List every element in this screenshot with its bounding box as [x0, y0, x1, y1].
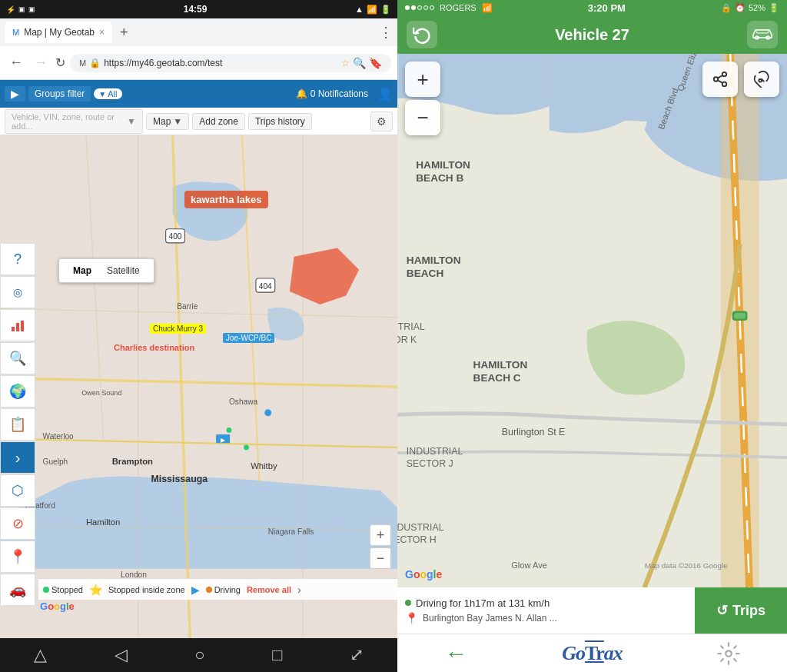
carrier-name: ROGERS [440, 3, 477, 12]
chuck-murry-label: Chuck Murry 3 [150, 324, 206, 334]
user-icon[interactable]: 👤 [377, 87, 393, 101]
android-nav-expand[interactable]: ⤢ [350, 645, 364, 665]
sidebar-btn-globe[interactable]: 🌍 [0, 375, 35, 408]
svg-text:400: 400 [169, 232, 182, 241]
driving-info: Driving for 1h17m at 131 km/h [405, 597, 687, 609]
signal-dot-1 [405, 5, 410, 10]
map-svg: 400 404 Barrie Owen Sound Oshawa Brampto… [0, 135, 397, 638]
ios-time: 3:20 PM [588, 2, 626, 14]
svg-text:404: 404 [259, 282, 272, 291]
map-view-btn[interactable]: Map [65, 262, 99, 279]
android-nav-back[interactable]: △ [34, 645, 47, 665]
svg-text:HAMILTON: HAMILTON [407, 254, 461, 266]
legend-remove-all[interactable]: Remove all [247, 585, 291, 594]
car-icon-btn[interactable] [747, 21, 778, 48]
sidebar-btn-car[interactable]: 🚗 [0, 574, 35, 606]
signal-dot-3 [417, 5, 422, 10]
ios-google-logo: Google [405, 567, 442, 581]
search-box[interactable]: Vehicle, VIN, zone, route or add... ▼ [5, 109, 143, 134]
groups-filter-btn[interactable]: Groups filter [28, 86, 91, 101]
browser-forward-btn[interactable]: → [31, 52, 51, 74]
svg-text:Whitby: Whitby [251, 461, 277, 471]
ios-zoom-out-btn[interactable]: − [405, 100, 440, 135]
signal-dot-5 [430, 5, 434, 10]
add-zone-btn[interactable]: Add zone [192, 113, 245, 130]
url-search-icon[interactable]: 🔍 [353, 57, 366, 69]
groups-filter-label: Groups filter [35, 88, 85, 99]
url-lock-icon: 🔒 [89, 58, 101, 68]
map-toggle: Map Satellite [58, 258, 154, 283]
svg-text:INDUSTRIAL: INDUSTRIAL [407, 446, 463, 457]
sidebar-btn-ban[interactable]: ⊘ [0, 507, 35, 540]
url-bar[interactable]: M 🔒 https://my46.geotab.com/test ☆ 🔍 🔖 [70, 54, 391, 72]
sidebar-btn-hexagon[interactable]: ⬡ [0, 474, 35, 507]
ios-settings-nav-btn[interactable] [717, 642, 740, 665]
url-star-icon[interactable]: ☆ [341, 58, 350, 68]
svg-point-12 [227, 427, 232, 433]
map-area[interactable]: 400 404 Barrie Owen Sound Oshawa Brampto… [0, 135, 397, 638]
svg-text:HAMILTON: HAMILTON [416, 159, 470, 171]
google-logo: Google [40, 600, 75, 612]
left-sidebar: ? ◎ 🔍 🌍 📋 › ⬡ ⊘ 📍 🚗 [0, 243, 38, 607]
ios-satellite-btn[interactable] [744, 62, 779, 97]
browser-address-bar: ← → ↻ M 🔒 https://my46.geotab.com/test ☆… [0, 46, 397, 80]
ios-alarm-icon: ⏰ [735, 3, 745, 13]
trips-history-label: Trips history [255, 116, 305, 127]
android-nav-home[interactable]: ◁ [115, 645, 128, 665]
map-btn[interactable]: Map ▼ [146, 113, 189, 130]
tab-menu-btn[interactable]: ⋮ [379, 24, 393, 41]
legend-driving: Driving [206, 585, 241, 594]
status-left-icons: ⚡ ▣ ▣ [6, 5, 35, 14]
sidebar-btn-help[interactable]: ? [0, 243, 35, 275]
ios-share-btn[interactable] [702, 62, 738, 97]
status-time: 14:59 [184, 4, 208, 15]
ios-map-svg: Queen Elizabeth Way Beach Blvd HAMILTON … [397, 54, 787, 587]
all-badge[interactable]: ▼ All [94, 88, 121, 99]
sidebar-btn-search[interactable]: 🔍 [0, 342, 35, 374]
notifications-text: 0 Notifications [310, 88, 368, 99]
android-status-bar: ⚡ ▣ ▣ 14:59 ▲ 📶 🔋 [0, 0, 397, 18]
secondary-settings-btn[interactable]: ⚙ [370, 111, 393, 131]
browser-refresh-btn[interactable]: ↻ [55, 55, 65, 70]
zoom-out-btn[interactable]: − [370, 547, 391, 569]
browser-back-btn[interactable]: ← [6, 52, 26, 74]
driving-text: Driving for 1h17m at 131 km/h [416, 597, 550, 609]
android-nav-square[interactable]: □ [272, 645, 282, 665]
refresh-btn[interactable] [407, 21, 437, 48]
map-legend: Stopped ⭐ Stopped inside zone ▶ Driving … [38, 578, 397, 600]
zoom-in-btn[interactable]: + [370, 524, 391, 546]
notifications-area[interactable]: 🔔 0 Notifications [296, 88, 368, 99]
svg-point-11 [264, 409, 271, 416]
sidebar-btn-clipboard[interactable]: 📋 [0, 408, 35, 441]
svg-text:BEACH B: BEACH B [416, 172, 463, 184]
ios-trips-btn[interactable]: ↺ Trips [695, 587, 787, 634]
svg-point-65 [726, 650, 732, 657]
tab-close-btn[interactable]: × [99, 27, 105, 38]
new-tab-btn[interactable]: + [115, 23, 133, 42]
svg-line-63 [718, 75, 722, 78]
sidebar-btn-chevron[interactable]: › [0, 441, 35, 474]
svg-text:Niagara Falls: Niagara Falls [268, 527, 314, 536]
svg-text:Hamilton: Hamilton [86, 517, 120, 527]
sidebar-btn-chart[interactable] [0, 309, 35, 341]
ios-bottom-info: Driving for 1h17m at 131 km/h 📍 Burlingt… [397, 587, 787, 634]
svg-text:SECTOR K: SECTOR K [397, 334, 417, 345]
sidebar-btn-location[interactable]: ◎ [0, 276, 35, 308]
ios-back-nav-btn[interactable]: ← [444, 640, 467, 667]
trips-history-btn[interactable]: Trips history [248, 113, 312, 130]
svg-text:Map data ©2016 Google: Map data ©2016 Google [645, 561, 729, 570]
svg-text:Owen Sound: Owen Sound [81, 389, 121, 397]
browser-tab-geotab[interactable]: M Map | My Geotab × [5, 22, 112, 43]
ios-map-area[interactable]: Queen Elizabeth Way Beach Blvd HAMILTON … [397, 54, 787, 587]
legend-arrow[interactable]: › [297, 584, 301, 596]
app-title: Vehicle 27 [555, 26, 629, 44]
url-bookmark-icon[interactable]: 🔖 [369, 57, 382, 69]
gt-nav-arrow-btn[interactable]: ▶ [5, 86, 25, 101]
sidebar-btn-pin[interactable]: 📍 [0, 541, 35, 573]
ios-zoom-in-btn[interactable]: + [405, 62, 440, 97]
search-placeholder: Vehicle, VIN, zone, route or add... [12, 112, 124, 131]
add-zone-label: Add zone [199, 116, 238, 127]
satellite-view-btn[interactable]: Satellite [99, 262, 148, 279]
android-nav-circle[interactable]: ○ [194, 645, 204, 665]
geotab-secondary-toolbar: Vehicle, VIN, zone, route or add... ▼ Ma… [0, 108, 397, 135]
